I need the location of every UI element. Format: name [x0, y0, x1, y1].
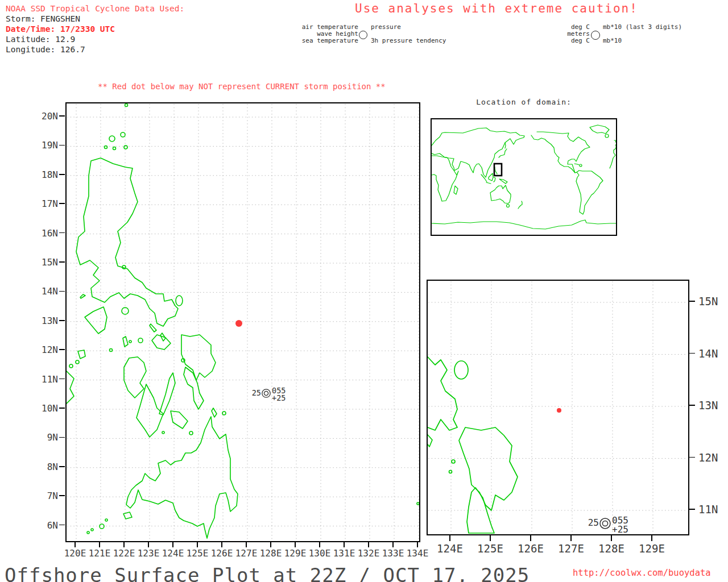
- axis-tick: [59, 408, 65, 409]
- axis-tick-label: 13N: [698, 399, 718, 411]
- storm-position-dot-main: [235, 320, 242, 327]
- header-latitude: Latitude: 12.9: [6, 34, 75, 44]
- axis-tick: [417, 542, 418, 547]
- axis-tick-label: 122E: [113, 548, 135, 559]
- axis-tick-label: 125E: [187, 548, 209, 559]
- buoy-air-temp: 25: [588, 517, 599, 528]
- main-map: [65, 102, 420, 542]
- axis-tick-label: 129E: [284, 548, 307, 559]
- axis-tick: [75, 542, 76, 547]
- offshore-surface-plot-page: NOAA SSD Tropical Cyclone Data Used: Sto…: [0, 0, 728, 582]
- axis-tick: [59, 349, 65, 350]
- axis-tick-label: 120E: [64, 548, 86, 559]
- axis-tick-label: 130E: [309, 548, 331, 559]
- axis-tick-label: 6N: [47, 519, 58, 530]
- axis-tick-label: 123E: [138, 548, 160, 559]
- domain-inset-title: Location of domain:: [431, 98, 617, 106]
- axis-tick-label: 134E: [407, 548, 429, 559]
- axis-tick: [59, 291, 65, 292]
- header-source-line: NOAA SSD Tropical Cyclone Data Used:: [6, 3, 184, 14]
- legend-pressure-label: pressure: [371, 24, 401, 31]
- axis-tick-label: 127E: [235, 548, 258, 559]
- axis-tick-label: 10N: [42, 403, 58, 414]
- axis-tick-label: 127E: [558, 542, 584, 555]
- buoy-symbol-icon: [598, 516, 613, 531]
- axis-tick-label: 126E: [211, 548, 233, 559]
- zoom-inset-canvas: [428, 281, 688, 534]
- legend-sea-temp-unit: deg C: [476, 38, 590, 44]
- axis-tick-label: 14N: [42, 286, 58, 297]
- header-longitude: Longitude: 126.7: [6, 44, 85, 55]
- axis-tick: [530, 535, 531, 541]
- axis-tick-label: 125E: [477, 542, 503, 555]
- axis-tick-label: 132E: [358, 548, 380, 559]
- axis-tick-label: 124E: [437, 542, 463, 555]
- axis-tick-label: 8N: [47, 461, 58, 472]
- axis-tick-label: 128E: [598, 542, 624, 555]
- buoy-tendency: +25: [272, 393, 286, 402]
- axis-tick-label: 128E: [260, 548, 282, 559]
- axis-tick: [689, 509, 695, 510]
- axis-tick-label: 15N: [42, 257, 58, 268]
- axis-tick: [172, 542, 173, 547]
- axis-tick: [59, 525, 65, 526]
- axis-tick: [344, 542, 345, 547]
- header-datetime: Date/Time: 17/2330 UTC: [6, 24, 115, 34]
- axis-tick-label: 12N: [42, 344, 58, 355]
- legend-tendency-label: 3h pressure tendency: [371, 38, 446, 44]
- axis-tick: [59, 203, 65, 204]
- axis-tick-label: 14N: [698, 347, 718, 360]
- axis-tick: [270, 542, 271, 547]
- axis-tick-label: 121E: [89, 548, 111, 559]
- axis-tick: [99, 542, 100, 547]
- philippines-coastline: [67, 104, 419, 539]
- world-coastline: [432, 125, 616, 229]
- axis-tick: [59, 320, 65, 321]
- axis-tick: [689, 353, 695, 354]
- legend-sea-temp-label: sea temperature: [245, 38, 358, 44]
- axis-tick: [319, 542, 320, 547]
- axis-tick: [689, 457, 695, 458]
- axis-tick: [246, 542, 247, 547]
- plot-title: Offshore Surface Plot at 22Z / OCT 17, 2…: [5, 564, 530, 582]
- axis-tick-label: 124E: [162, 548, 184, 559]
- axis-tick: [651, 535, 652, 541]
- axis-tick: [59, 379, 65, 380]
- axis-tick-label: 13N: [42, 315, 58, 326]
- axis-tick: [59, 495, 65, 496]
- legend-pressure-unit: mb*10 (last 3 digits): [603, 24, 682, 31]
- axis-tick-label: 16N: [42, 227, 58, 238]
- main-map-canvas: [67, 103, 419, 541]
- axis-tick: [392, 542, 394, 547]
- axis-tick-label: 17N: [42, 198, 58, 209]
- axis-tick: [689, 301, 695, 302]
- world-domain-map: [431, 118, 617, 236]
- axis-tick: [59, 145, 65, 146]
- axis-tick: [59, 466, 65, 467]
- station-circle-icon: [591, 31, 600, 40]
- storm-position-note: ** Red dot below may NOT represent CURRE…: [98, 82, 386, 91]
- axis-tick: [368, 542, 369, 547]
- axis-tick: [59, 115, 65, 117]
- legend-tendency-unit: mb*10: [603, 38, 622, 44]
- buoy-air-temp: 25: [252, 388, 261, 397]
- axis-tick-label: 126E: [518, 542, 544, 555]
- zoom-inset-coastline: [428, 357, 518, 533]
- axis-tick: [59, 261, 65, 263]
- axis-tick-label: 9N: [47, 432, 58, 443]
- axis-tick: [197, 542, 198, 547]
- zoom-inset-map: [427, 280, 689, 535]
- axis-tick-label: 15N: [698, 295, 718, 307]
- station-circle-icon: [359, 31, 367, 39]
- axis-tick-label: 129E: [639, 542, 665, 555]
- axis-tick: [295, 542, 296, 547]
- caution-banner: Use analyses with extreme caution!: [355, 2, 638, 15]
- axis-tick-label: 7N: [47, 490, 58, 501]
- axis-tick: [59, 437, 65, 438]
- axis-tick: [490, 535, 491, 541]
- axis-tick: [148, 542, 149, 547]
- axis-tick-label: 11N: [698, 503, 718, 516]
- axis-tick: [449, 535, 450, 541]
- axis-tick: [59, 174, 65, 175]
- axis-tick: [123, 542, 125, 547]
